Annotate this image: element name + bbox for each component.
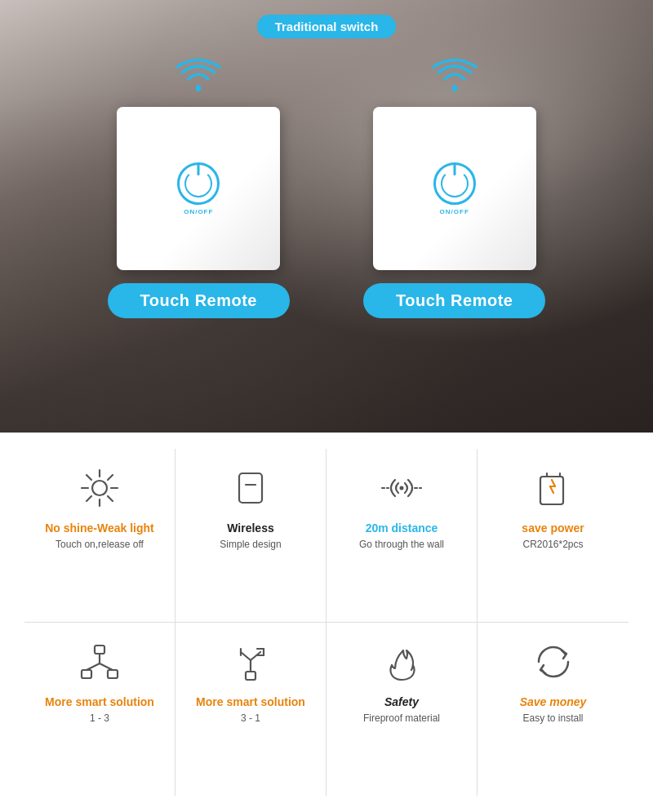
right-power-button: ON/OFF	[433, 162, 476, 215]
left-power-button: ON/OFF	[177, 162, 220, 215]
usb-icon	[226, 637, 275, 686]
feature-safety: Safety Fireproof material	[326, 623, 478, 796]
feature-sub-safety: Fireproof material	[363, 712, 440, 725]
right-wifi-icon	[430, 55, 479, 94]
bottom-section: No shine-Weak light Touch on,release off…	[0, 433, 653, 812]
traditional-switch-badge: Traditional switch	[257, 15, 397, 38]
left-onoff-text: ON/OFF	[184, 208, 213, 215]
svg-line-27	[100, 663, 113, 670]
right-touch-badge: Touch Remote	[363, 283, 545, 318]
right-power-inner	[441, 170, 469, 197]
left-wifi-icon	[174, 55, 223, 94]
feature-sub-distance: Go through the wall	[359, 538, 444, 552]
signal-icon	[377, 464, 426, 512]
refresh-icon	[529, 637, 578, 686]
feature-title-smart-1: More smart solution	[45, 694, 154, 709]
svg-line-26	[87, 663, 100, 670]
right-onoff-text: ON/OFF	[440, 208, 469, 215]
feature-sub-save-power: CR2016*2pcs	[522, 538, 583, 552]
fire-icon	[377, 637, 426, 686]
feature-title-save-power: save power	[522, 521, 584, 535]
svg-line-7	[87, 475, 91, 480]
feature-save-power: save power CR2016*2pcs	[478, 449, 629, 623]
svg-rect-24	[108, 670, 118, 678]
top-section: Traditional switch ON/OFF	[0, 0, 653, 433]
svg-point-1	[452, 85, 457, 90]
feature-smart-2: More smart solution 3 - 1	[175, 623, 326, 796]
svg-point-0	[196, 85, 201, 90]
svg-rect-11	[239, 473, 262, 503]
svg-rect-23	[82, 670, 91, 678]
right-power-circle	[433, 162, 476, 205]
feature-distance: 20m distance Go through the wall	[326, 449, 478, 623]
svg-point-15	[400, 486, 404, 490]
left-power-circle	[177, 162, 220, 205]
left-switch-panel: ON/OFF	[117, 107, 280, 270]
svg-point-2	[92, 481, 107, 495]
feature-title-distance: 20m distance	[366, 521, 438, 535]
features-grid: No shine-Weak light Touch on,release off…	[24, 449, 629, 796]
svg-line-10	[87, 496, 91, 501]
feature-sub-no-shine: Touch on,release off	[56, 538, 144, 552]
feature-sub-smart-2: 3 - 1	[241, 712, 260, 725]
feature-title-no-shine: No shine-Weak light	[45, 521, 154, 535]
feature-sub-save-money: Easy to install	[522, 712, 583, 725]
svg-line-21	[550, 486, 553, 493]
network-icon	[75, 637, 124, 686]
svg-line-8	[108, 496, 113, 501]
left-touch-badge: Touch Remote	[108, 283, 290, 318]
feature-sub-wireless: Simple design	[220, 538, 281, 552]
feature-wireless: Wireless Simple design	[175, 449, 326, 623]
device-icon	[226, 464, 275, 512]
left-switch-unit: ON/OFF Touch Remote	[108, 55, 290, 318]
svg-line-9	[108, 475, 113, 480]
right-switch-unit: ON/OFF Touch Remote	[363, 55, 545, 318]
svg-rect-22	[95, 646, 104, 654]
feature-no-shine: No shine-Weak light Touch on,release off	[24, 449, 175, 623]
battery-icon	[529, 464, 578, 512]
feature-smart-1: More smart solution 1 - 3	[24, 623, 175, 796]
svg-line-30	[241, 652, 251, 660]
feature-save-money: Save money Easy to install	[478, 623, 629, 796]
svg-line-19	[552, 480, 555, 486]
right-switch-panel: ON/OFF	[373, 107, 536, 270]
switches-row: ON/OFF Touch Remote	[108, 55, 546, 318]
feature-title-save-money: Save money	[520, 694, 587, 709]
feature-title-smart-2: More smart solution	[196, 694, 305, 709]
feature-title-safety: Safety	[384, 694, 419, 709]
left-power-inner	[184, 170, 212, 197]
feature-title-wireless: Wireless	[227, 521, 273, 535]
feature-sub-smart-1: 1 - 3	[90, 712, 109, 725]
sun-icon	[75, 464, 124, 512]
svg-rect-28	[246, 672, 255, 680]
